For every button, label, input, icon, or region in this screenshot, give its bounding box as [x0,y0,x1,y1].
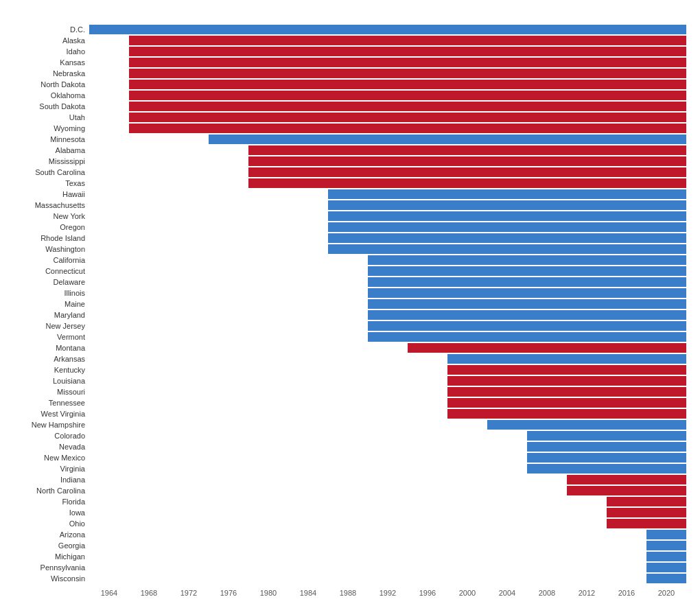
bar-row-arkansas [89,354,686,364]
y-label-idaho: Idaho [14,47,89,56]
x-tick-1996: 1996 [408,589,447,597]
y-label-connecticut: Connecticut [14,266,89,276]
bar-row-washington [89,244,686,254]
y-label-wyoming: Wyoming [14,124,89,133]
bar-segment-rep [607,508,686,517]
y-label-south-carolina: South Carolina [14,167,89,177]
bar-segment-dem [368,277,686,287]
bar-row-idaho [89,47,686,56]
y-label-montana: Montana [14,343,89,353]
y-label-utah: Utah [14,113,89,122]
bar-row-mississippi [89,156,686,166]
y-axis: D.C.AlaskaIdahoKansasNebraskaNorth Dakot… [14,25,89,585]
bar-segment-rep [607,519,686,528]
bar-segment-rep [607,497,686,506]
bar-row-colorado [89,431,686,441]
bar-row-new-jersey [89,321,686,331]
bar-segment-rep [129,102,686,111]
bar-row-ohio [89,519,686,528]
x-tick-2008: 2008 [527,589,567,597]
x-tick-1992: 1992 [368,589,408,597]
bar-segment-dem [368,255,686,265]
y-label-north-dakota: North Dakota [14,80,89,89]
bar-segment-rep [248,145,686,155]
bar-segment-dem [368,299,686,309]
bar-row-south-dakota [89,102,686,111]
bar-segment-dem [408,332,686,342]
y-label-oregon: Oregon [14,222,89,232]
bar-segment-dem [368,321,686,331]
bar-segment-dem [328,200,686,210]
bar-segment-rep [567,475,686,484]
bar-row-illinois [89,288,686,298]
bar-row-rhode-island [89,233,686,243]
y-label-kansas: Kansas [14,58,89,67]
bar-row-d.c. [89,25,686,34]
bar-segment-dem [328,189,686,199]
bar-segment-dem [368,266,686,276]
y-label-massachusetts: Massachusetts [14,200,89,210]
y-label-arkansas: Arkansas [14,354,89,364]
chart-container: D.C.AlaskaIdahoKansasNebraskaNorth Dakot… [14,25,686,585]
bar-row-missouri [89,387,686,397]
x-tick-2020: 2020 [646,589,686,597]
bar-segment-rep [447,365,686,375]
x-tick-2016: 2016 [607,589,646,597]
bar-row-iowa [89,508,686,517]
bar-segment-rep [328,178,686,188]
y-label-kentucky: Kentucky [14,365,89,375]
bar-row-texas [89,178,686,188]
bar-row-tennessee [89,398,686,408]
y-label-minnesota: Minnesota [14,135,89,144]
y-label-west-virginia: West Virginia [14,409,89,419]
bar-row-florida [89,497,686,506]
bar-segment-rep [567,486,686,495]
bar-row-pennsylvania [89,563,686,572]
x-tick-2012: 2012 [567,589,607,597]
bar-segment-dem [527,431,686,441]
bar-segment-rep [129,69,686,78]
bar-segment-dem [646,541,686,550]
bar-row-kansas [89,58,686,67]
bar-row-new-york [89,211,686,221]
bar-segment-dem [209,135,248,144]
x-tick-1964: 1964 [89,589,129,597]
x-tick-1968: 1968 [129,589,169,597]
y-label-louisiana: Louisiana [14,376,89,386]
y-label-d.c.: D.C. [14,25,89,34]
bar-segment-dem [646,552,686,561]
bar-row-delaware [89,277,686,287]
bar-segment-rep [447,398,686,408]
bar-segment-dem [368,332,408,342]
x-tick-1988: 1988 [328,589,368,597]
y-label-oklahoma: Oklahoma [14,91,89,100]
y-label-maine: Maine [14,299,89,309]
bar-row-virginia [89,464,686,473]
y-label-alabama: Alabama [14,145,89,155]
bar-segment-dem [89,25,686,34]
bar-row-indiana [89,475,686,484]
bar-row-wisconsin [89,574,686,583]
bar-row-new-mexico [89,453,686,463]
y-label-ohio: Ohio [14,519,89,528]
y-label-hawaii: Hawaii [14,189,89,199]
bar-segment-rep [447,376,686,386]
y-label-virginia: Virginia [14,464,89,473]
bar-row-wyoming [89,124,686,133]
bar-segment-rep [129,91,686,100]
bar-segment-rep [129,36,686,45]
bar-segment-rep [129,80,686,89]
bar-segment-rep [408,343,447,353]
bar-row-vermont [89,332,686,342]
bar-row-nebraska [89,69,686,78]
y-label-north-carolina: North Carolina [14,486,89,495]
y-label-vermont: Vermont [14,332,89,342]
bar-row-montana [89,343,686,353]
y-label-nevada: Nevada [14,442,89,452]
bar-row-massachusetts [89,200,686,210]
bar-segment-dem [328,222,686,232]
bar-row-alabama [89,145,686,155]
bar-row-west-virginia [89,409,686,419]
y-label-pennsylvania: Pennsylvania [14,563,89,572]
bar-segment-dem [328,211,686,221]
